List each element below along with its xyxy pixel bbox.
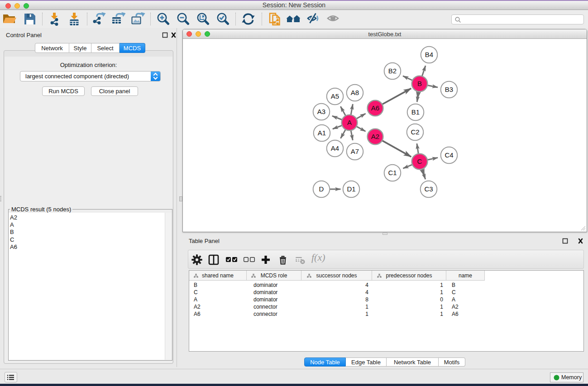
svg-text:A1: A1 bbox=[318, 129, 326, 137]
svg-text:D: D bbox=[319, 185, 324, 193]
svg-text:A6: A6 bbox=[371, 104, 379, 112]
svg-text:B1: B1 bbox=[411, 108, 420, 116]
svg-text:B4: B4 bbox=[425, 51, 433, 58]
svg-text:B3: B3 bbox=[445, 86, 453, 93]
svg-text:A7: A7 bbox=[351, 148, 359, 155]
svg-text:A8: A8 bbox=[351, 89, 359, 96]
svg-text:A3: A3 bbox=[317, 108, 325, 115]
svg-text:A4: A4 bbox=[331, 144, 339, 152]
svg-text:B2: B2 bbox=[388, 67, 397, 75]
svg-text:C3: C3 bbox=[424, 185, 433, 193]
svg-text:C: C bbox=[417, 157, 422, 165]
svg-text:C4: C4 bbox=[445, 151, 453, 159]
svg-text:B: B bbox=[417, 80, 422, 87]
svg-text:C2: C2 bbox=[411, 128, 419, 136]
svg-text:A: A bbox=[347, 119, 352, 126]
svg-text:C1: C1 bbox=[388, 169, 397, 176]
svg-text:D1: D1 bbox=[347, 185, 355, 193]
svg-text:A2: A2 bbox=[371, 133, 379, 140]
svg-text:A5: A5 bbox=[331, 92, 339, 100]
